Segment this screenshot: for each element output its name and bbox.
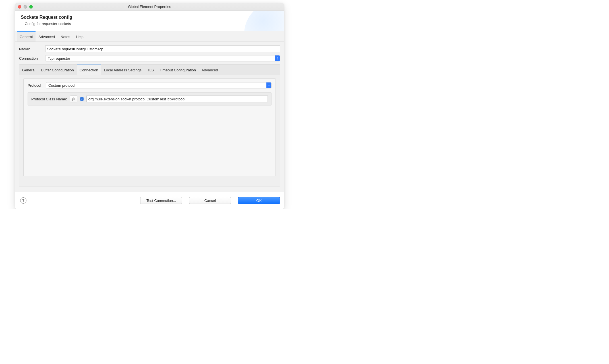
dialog-body: Name: Connection Tcp requester General B… [15, 42, 284, 192]
tab-help[interactable]: Help [73, 31, 86, 42]
inner-tab-general[interactable]: General [19, 65, 38, 75]
protocol-select[interactable]: Custom protocol [46, 82, 272, 88]
page-title: Sockets Request config [21, 15, 278, 20]
connection-panel: General Buffer Configuration Connection … [19, 64, 280, 187]
close-icon[interactable] [18, 5, 21, 9]
connection-row: Connection Tcp requester [19, 55, 280, 61]
window-title: Global Element Properties [18, 5, 281, 9]
panel-body: Protocol Custom protocol Protocol Class … [19, 75, 280, 187]
name-input[interactable] [45, 46, 280, 52]
connection-select-value: Tcp requester [45, 55, 280, 61]
tab-notes[interactable]: Notes [58, 31, 73, 42]
dialog-footer: ? Test Connection... Cancel OK [15, 192, 284, 209]
help-icon[interactable]: ? [20, 197, 26, 204]
cancel-button[interactable]: Cancel [189, 197, 231, 204]
info-icon[interactable]: i [80, 97, 84, 101]
protocol-class-row: Protocol Class Name: fx i [28, 92, 272, 106]
inner-tab-tls[interactable]: TLS [144, 65, 157, 75]
chevron-updown-icon [275, 55, 280, 61]
protocol-class-input[interactable] [86, 96, 268, 102]
protocol-class-label: Protocol Class Name: [31, 97, 67, 101]
inner-tab-connection[interactable]: Connection [77, 65, 101, 75]
minimize-icon [24, 5, 27, 9]
protocol-subpanel: Protocol Custom protocol Protocol Class … [23, 78, 276, 176]
tab-general[interactable]: General [17, 31, 36, 42]
inner-tab-buffer-configuration[interactable]: Buffer Configuration [38, 65, 76, 75]
maximize-icon[interactable] [29, 5, 33, 9]
titlebar: Global Element Properties [15, 3, 284, 11]
name-label: Name: [19, 47, 45, 51]
inner-tab-advanced[interactable]: Advanced [199, 65, 221, 75]
ok-button[interactable]: OK [238, 197, 280, 204]
protocol-select-value: Custom protocol [46, 82, 272, 88]
fx-button[interactable]: fx [70, 96, 77, 102]
tab-advanced[interactable]: Advanced [36, 31, 58, 42]
page-subtitle: Config for requester sockets [21, 22, 278, 26]
inner-tab-local-address-settings[interactable]: Local Address Settings [101, 65, 144, 75]
connection-label: Connection [19, 56, 45, 61]
connection-select[interactable]: Tcp requester [45, 55, 280, 61]
dialog-window: Global Element Properties Sockets Reques… [15, 3, 284, 209]
protocol-row: Protocol Custom protocol [28, 82, 272, 88]
test-connection-button[interactable]: Test Connection... [140, 197, 182, 204]
inner-tabbar: General Buffer Configuration Connection … [19, 65, 280, 75]
inner-tab-timeout-configuration[interactable]: Timeout Configuration [157, 65, 199, 75]
chevron-updown-icon [266, 82, 271, 88]
dialog-header: Sockets Request config Config for reques… [15, 11, 284, 31]
name-row: Name: [19, 46, 280, 52]
top-tabbar: General Advanced Notes Help [15, 31, 284, 42]
window-controls [18, 5, 33, 9]
footer-buttons: Test Connection... Cancel OK [140, 197, 280, 204]
protocol-label: Protocol [28, 83, 46, 88]
